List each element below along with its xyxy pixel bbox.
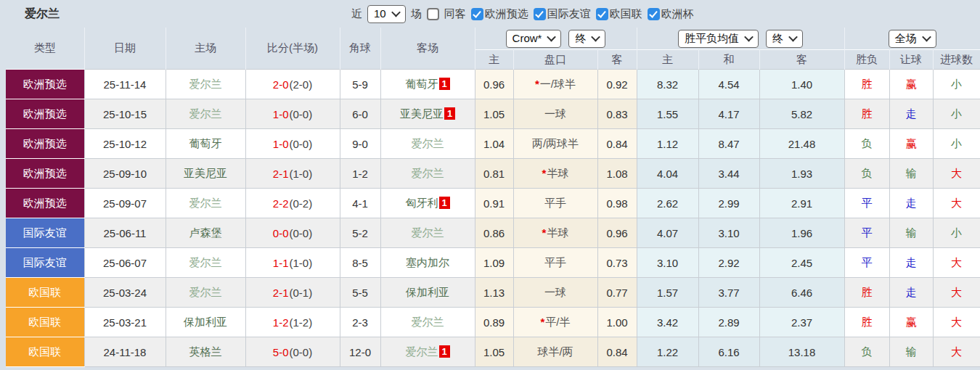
bookmaker-select-value: Crow* [513, 32, 542, 45]
result-mark: 赢 [906, 316, 917, 328]
crown-handicap-cell: 平手 [513, 189, 597, 218]
home-team-cell[interactable]: 卢森堡 [166, 218, 245, 248]
wdl-state-select[interactable]: 终 [766, 30, 803, 48]
result-mark: 大 [951, 167, 962, 179]
away-team-cell[interactable]: 爱尔兰1 [380, 337, 475, 367]
avg-draw-cell: 3.77 [698, 278, 759, 308]
result-mark: 平 [862, 226, 873, 239]
col-header-corner: 角球 [340, 28, 380, 70]
same-venue-label: 同客 [444, 7, 466, 21]
score-cell: 1-2(1-2) [245, 308, 340, 337]
home-team-cell[interactable]: 爱尔兰 [166, 70, 245, 99]
period-select[interactable]: 全场 [889, 30, 936, 48]
home-team-cell[interactable]: 爱尔兰 [166, 99, 245, 129]
team-name[interactable]: 爱尔兰 [412, 137, 444, 149]
result-mark: 胜 [862, 286, 873, 298]
date-cell: 25-09-07 [84, 189, 166, 218]
score-cell: 2-0(2-0) [245, 70, 340, 99]
team-name[interactable]: 爱尔兰 [189, 197, 222, 209]
chevron-down-icon [744, 33, 754, 42]
col-header-avg-home: 主 [637, 50, 698, 70]
handicap-result-cell: 走 [889, 278, 933, 308]
matches-label: 场 [411, 7, 422, 21]
team-name[interactable]: 亚美尼亚 [184, 167, 227, 179]
away-team-cell[interactable]: 葡萄牙1 [380, 70, 475, 99]
date-cell: 25-11-14 [84, 70, 166, 99]
filter-checkbox-euro-qualifier[interactable] [471, 8, 483, 20]
result-mark: 走 [906, 197, 917, 209]
home-team-cell[interactable]: 爱尔兰 [166, 278, 245, 308]
avg-away-cell: 21.48 [759, 129, 844, 159]
col-header-odds-away: 客 [597, 50, 637, 70]
result-mark: 输 [906, 167, 917, 179]
avg-away-cell: 2.91 [759, 189, 844, 218]
away-team-cell[interactable]: 爱尔兰 [380, 218, 475, 248]
team-name[interactable]: 爱尔兰 [189, 107, 222, 120]
team-name[interactable]: 保加利亚 [406, 286, 449, 298]
home-team-cell[interactable]: 爱尔兰 [166, 248, 245, 278]
chevron-down-icon [592, 33, 601, 42]
team-name[interactable]: 爱尔兰 [189, 256, 222, 268]
result-mark: 走 [906, 256, 917, 268]
result-cell: 胜 [844, 308, 889, 337]
crown-handicap-cell: *平/半 [513, 308, 597, 337]
team-name[interactable]: 葡萄牙 [189, 137, 222, 149]
same-venue-checkbox[interactable] [427, 8, 439, 20]
away-team-cell[interactable]: 爱尔兰 [380, 308, 475, 337]
team-name[interactable]: 爱尔兰 [189, 78, 222, 90]
match-row: 国际友谊25-06-07爱尔兰1-1(1-0)8-5塞内加尔1.09平手0.73… [6, 248, 980, 278]
home-team-cell[interactable]: 保加利亚 [166, 308, 245, 337]
crown-away-odds-cell: 0.77 [597, 278, 637, 308]
away-team-cell[interactable]: 保加利亚 [380, 278, 475, 308]
goals-result-cell: 小 [933, 129, 980, 159]
away-team-cell[interactable]: 爱尔兰 [380, 129, 475, 159]
team-name[interactable]: 爱尔兰 [406, 345, 438, 358]
team-name[interactable]: 爱尔兰 [412, 167, 444, 179]
handicap-result-cell: 输 [889, 337, 933, 367]
bookmaker-state-select[interactable]: 终 [568, 30, 605, 48]
score-cell: 1-0(0-0) [245, 129, 340, 159]
team-name[interactable]: 英格兰 [189, 345, 222, 358]
score-cell: 1-1(1-0) [245, 248, 340, 278]
bookmaker-select[interactable]: Crow* [506, 30, 562, 48]
team-name[interactable]: 爱尔兰 [412, 316, 444, 328]
date-cell: 25-10-15 [84, 99, 166, 129]
crown-handicap-cell: 平手 [513, 248, 597, 278]
away-team-cell[interactable]: 塞内加尔 [380, 248, 475, 278]
team-name[interactable]: 爱尔兰 [189, 286, 222, 298]
goals-result-cell: 大 [933, 278, 980, 308]
away-team-cell[interactable]: 爱尔兰 [380, 159, 475, 189]
home-team-cell[interactable]: 爱尔兰 [166, 189, 245, 218]
home-team-cell[interactable]: 亚美尼亚 [166, 159, 245, 189]
team-name[interactable]: 塞内加尔 [406, 256, 449, 268]
score-cell: 0-0(0-0) [245, 218, 340, 248]
match-count-select[interactable]: 10 [367, 5, 406, 23]
rank-badge: 1 [439, 78, 450, 90]
goals-result-cell: 小 [933, 218, 980, 248]
filter-checkbox-euro-cup[interactable] [648, 8, 660, 20]
result-mark: 小 [951, 137, 962, 149]
team-name[interactable]: 卢森堡 [189, 226, 222, 239]
home-team-cell[interactable]: 葡萄牙 [166, 129, 245, 159]
home-team-cell[interactable]: 英格兰 [166, 337, 245, 367]
avg-away-cell: 1.96 [759, 218, 844, 248]
away-team-cell[interactable]: 匈牙利1 [380, 189, 475, 218]
col-header-result: 胜负 [844, 50, 889, 70]
team-name[interactable]: 亚美尼亚 [400, 107, 444, 120]
goals-result-cell: 小 [933, 70, 980, 99]
filter-checkbox-nations-league[interactable] [596, 8, 608, 20]
avg-draw-cell: 3.44 [698, 159, 759, 189]
avg-draw-cell: 2.89 [698, 308, 759, 337]
wdl-select[interactable]: 胜平负均值 [678, 30, 759, 48]
team-name[interactable]: 匈牙利 [406, 197, 438, 209]
away-team-cell[interactable]: 亚美尼亚1 [380, 99, 475, 129]
filter-checkbox-friendly[interactable] [534, 8, 546, 20]
result-cell: 胜 [844, 70, 889, 99]
team-name[interactable]: 葡萄牙 [406, 78, 438, 90]
score-cell: 5-0(0-0) [245, 337, 340, 367]
result-cell: 负 [844, 129, 889, 159]
team-name[interactable]: 爱尔兰 [412, 226, 444, 239]
match-type-cell: 国际友谊 [6, 248, 84, 278]
crown-handicap-cell: *一/球半 [513, 70, 597, 99]
team-name[interactable]: 保加利亚 [184, 316, 227, 328]
